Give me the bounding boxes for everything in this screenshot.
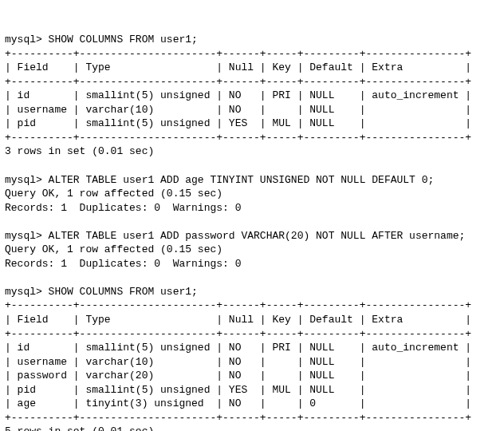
terminal-output: mysql> SHOW COLUMNS FROM user1; +-------…: [5, 33, 499, 431]
